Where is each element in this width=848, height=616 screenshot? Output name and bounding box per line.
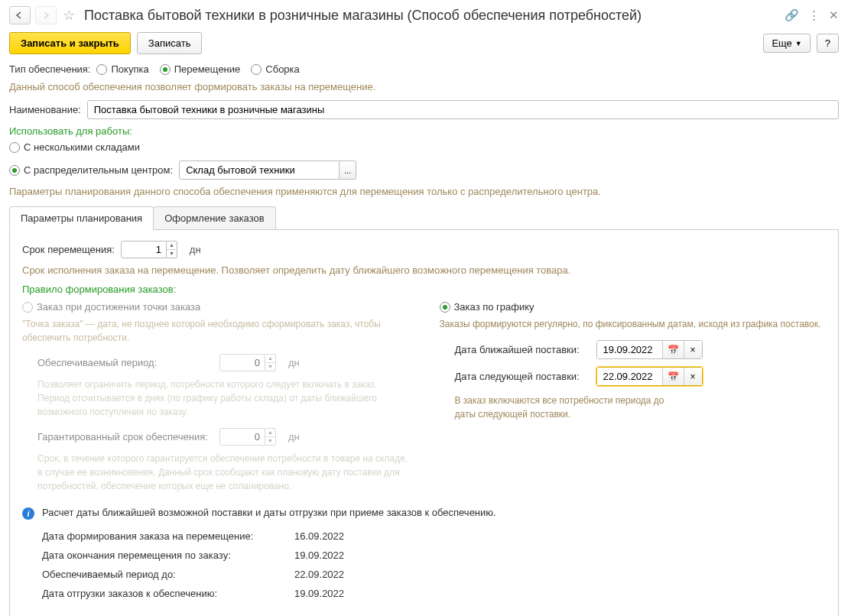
calc-row-4: Дата отгрузки заказов к обеспечению: 19.…	[22, 588, 826, 599]
following-delivery-clear[interactable]: ×	[684, 368, 702, 385]
guarantee-spinner[interactable]: ▲▼	[265, 428, 276, 446]
distrib-center-input[interactable]	[179, 160, 340, 180]
radio-rule-point[interactable]: Заказ при достижении точки заказа	[22, 301, 409, 313]
move-term-spinner[interactable]: ▲▼	[167, 241, 177, 258]
distrib-center-picker[interactable]: ...	[340, 160, 356, 180]
next-delivery-calendar[interactable]: 📅	[662, 341, 684, 358]
provided-input[interactable]	[219, 354, 265, 371]
following-delivery-row: Дата следующей поставки: 📅 ×	[440, 367, 827, 386]
tabs: Параметры планирования Оформление заказо…	[9, 206, 839, 230]
name-input[interactable]	[87, 100, 839, 119]
move-term-input[interactable]	[121, 241, 167, 258]
info-text: Расчет даты ближайшей возможной поставки…	[42, 507, 496, 518]
radio-multi-warehouses[interactable]: С несколькими складами	[9, 141, 140, 153]
usage-label: Использовать для работы:	[9, 125, 839, 137]
guarantee-input[interactable]	[219, 428, 265, 446]
next-delivery-row: Дата ближайшей поставки: 📅 ×	[440, 340, 827, 359]
left-column: Заказ при достижении точки заказа "Точка…	[22, 301, 409, 493]
toolbar: Записать и закрыть Записать Еще▼ ?	[9, 32, 839, 54]
radio-assembly[interactable]: Сборка	[251, 63, 300, 75]
provided-period-row: Обеспечиваемый период: ▲▼ дн	[22, 354, 409, 371]
info-icon: i	[22, 507, 34, 520]
save-close-button[interactable]: Записать и закрыть	[9, 32, 131, 54]
right-desc: Заказы формируются регулярно, по фиксиро…	[440, 317, 827, 331]
favorite-icon[interactable]: ☆	[61, 8, 76, 23]
rule-label: Правило формирования заказов:	[22, 284, 826, 295]
radio-purchase[interactable]: Покупка	[96, 63, 148, 75]
type-row: Тип обеспечения: Покупка Перемещение Сбо…	[9, 63, 839, 75]
info-row: i Расчет даты ближайшей возможной постав…	[22, 507, 826, 520]
guarantee-hint: Срок, в течение которого гарантируется о…	[22, 452, 409, 493]
provided-label: Обеспечиваемый период:	[37, 357, 213, 368]
guarantee-row: Гарантированный срок обеспечения: ▲▼ дн	[22, 428, 409, 446]
more-button[interactable]: Еще▼	[763, 34, 810, 53]
following-delivery-label: Дата следующей поставки:	[455, 371, 596, 382]
guarantee-label: Гарантированный срок обеспечения:	[37, 431, 213, 443]
next-delivery-input[interactable]	[597, 341, 662, 358]
usage-multi-row: С несколькими складами	[9, 141, 839, 153]
name-label: Наименование:	[9, 104, 81, 115]
calc-row-1: Дата формирования заказа на перемещение:…	[22, 530, 826, 542]
save-button[interactable]: Записать	[137, 32, 203, 54]
following-delivery-calendar[interactable]: 📅	[662, 368, 684, 385]
calc-row-2: Дата окончания перемещения по заказу: 19…	[22, 550, 826, 561]
type-hint: Данный способ обеспечения позволяет форм…	[9, 81, 839, 92]
radio-distrib-center[interactable]: С распределительным центром:	[9, 164, 173, 176]
following-delivery-input[interactable]	[597, 368, 662, 385]
move-term-hint: Срок исполнения заказа на перемещение. П…	[22, 264, 826, 276]
link-icon[interactable]: 🔗	[785, 8, 799, 22]
usage-hint: Параметры планирования данного способа о…	[9, 186, 839, 197]
right-note: В заказ включаются все потребности перио…	[440, 394, 669, 421]
radio-transfer[interactable]: Перемещение	[160, 63, 241, 75]
move-term-row: Срок перемещения: ▲▼ дн	[22, 241, 826, 258]
usage-distrib-row: С распределительным центром: ...	[9, 160, 839, 180]
provided-spinner[interactable]: ▲▼	[265, 354, 276, 371]
type-label: Тип обеспечения:	[9, 63, 90, 75]
tab-params[interactable]: Параметры планирования	[9, 206, 154, 230]
page-title: Поставка бытовой техники в розничные маг…	[84, 8, 780, 24]
right-column: Заказ по графику Заказы формируются регу…	[440, 301, 827, 493]
days-unit: дн	[190, 244, 201, 255]
help-button[interactable]: ?	[817, 34, 839, 53]
header: ☆ Поставка бытовой техники в розничные м…	[9, 6, 839, 24]
next-delivery-label: Дата ближайшей поставки:	[455, 344, 596, 355]
tab-orders[interactable]: Оформление заказов	[153, 206, 276, 229]
next-delivery-clear[interactable]: ×	[684, 341, 702, 358]
left-desc: "Точка заказа" — дата, не позднее которо…	[22, 317, 409, 345]
calc-row-3: Обеспечиваемый период до: 22.09.2022	[22, 569, 826, 580]
tab-content: Срок перемещения: ▲▼ дн Срок исполнения …	[9, 230, 839, 616]
name-row: Наименование:	[9, 100, 839, 119]
radio-rule-schedule[interactable]: Заказ по графику	[440, 301, 827, 313]
provided-hint: Позволяет ограничить период, потребности…	[22, 378, 409, 419]
back-button[interactable]	[9, 6, 31, 24]
move-term-label: Срок перемещения:	[22, 244, 115, 255]
kebab-icon[interactable]: ⋮	[808, 8, 820, 22]
close-icon[interactable]: ✕	[829, 8, 839, 22]
forward-button[interactable]	[35, 6, 57, 24]
